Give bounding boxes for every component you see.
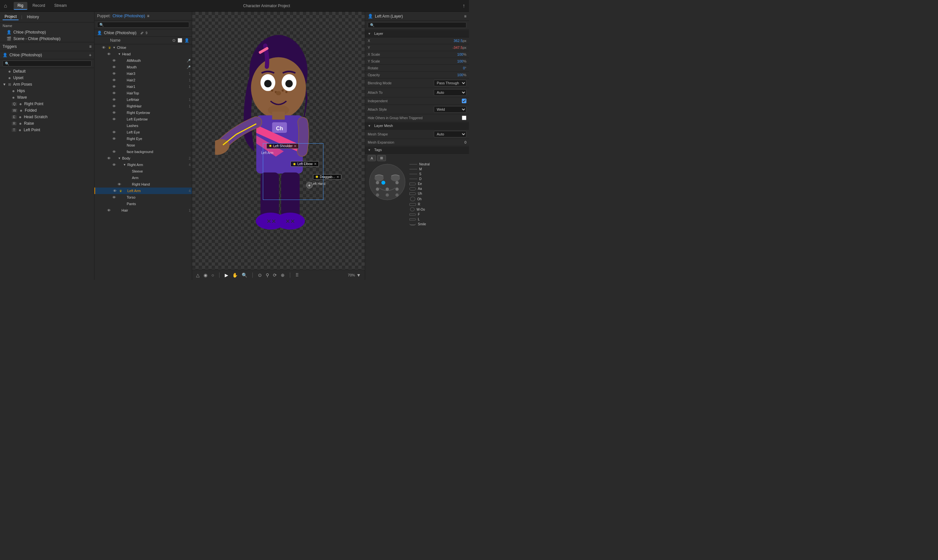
layer-row-hair1[interactable]: 👁 ♛ ▶ Hair1 1: [94, 83, 192, 90]
layer-row-pants[interactable]: 👁 ♛ ▶ Pants: [94, 200, 192, 207]
props-value-xscale[interactable]: 100: [457, 52, 463, 56]
trigger-item-left-point[interactable]: T ☻ Left Point: [0, 127, 94, 133]
tool-select[interactable]: ▶: [225, 272, 228, 278]
tab-project[interactable]: Project: [3, 14, 18, 20]
layer-row-lashes[interactable]: 👁 ♛ ▶ Lashes: [94, 122, 192, 129]
tool-hand[interactable]: ✋: [232, 272, 238, 278]
nav-tab-record[interactable]: Record: [29, 2, 49, 10]
triggers-menu-icon[interactable]: ≡: [89, 44, 91, 49]
tool-zoom[interactable]: 🔍: [242, 272, 247, 278]
props-menu-icon[interactable]: ≡: [464, 14, 467, 18]
layer-row-leftarm[interactable]: 👁 ♛ ▶ Left Arm 4: [94, 188, 192, 194]
layer-row-body[interactable]: 👁 ♛ ▼ Body 2: [94, 155, 192, 162]
crown-pants: ♛: [117, 202, 122, 206]
tab-history[interactable]: History: [25, 14, 41, 20]
svg-point-36: [386, 193, 389, 197]
props-row-rotate: Rotate 0 °: [365, 65, 469, 72]
layer-row-righteye[interactable]: 👁 ♛ ▶ Right Eye: [94, 135, 192, 142]
props-section-mesh[interactable]: ▼ Layer Mesh: [365, 122, 469, 129]
crown-facebg: ♛: [117, 150, 122, 154]
layer-row-facebg[interactable]: 👁 ♛ ▶ face background: [94, 148, 192, 155]
layer-row-mouth[interactable]: 👁 ♛ ▶ Mouth 🎤: [94, 64, 192, 70]
crown-torso: ♛: [117, 196, 122, 199]
tool-grid[interactable]: ⠿: [296, 272, 299, 278]
layer-row-rightarm[interactable]: 👁 ♛ ▼ Right Arm 4: [94, 162, 192, 168]
add-trigger-button[interactable]: +: [89, 52, 91, 58]
layer-icon-3[interactable]: 👤: [184, 38, 189, 43]
props-value-x[interactable]: 362.5: [454, 39, 463, 43]
bone-handle-draggable[interactable]: Draggab... ✕: [313, 174, 341, 180]
independent-checkbox[interactable]: [462, 98, 467, 103]
layer-row-righthair[interactable]: 👁 ♛ ▶ RightHair 1: [94, 103, 192, 109]
attach-to-select[interactable]: Auto: [434, 89, 467, 96]
trigger-item-default[interactable]: ☻ Default: [0, 68, 94, 75]
props-value-mesh-expansion[interactable]: 0: [464, 140, 467, 144]
layer-row-hairtop[interactable]: 👁 ♛ ▶ HairTop: [94, 90, 192, 96]
layer-row-arm[interactable]: 👁 ♛ ▶ Arm: [94, 174, 192, 181]
elbow-close[interactable]: ✕: [314, 162, 317, 166]
trigger-group-arm-poses[interactable]: ▼ ⊞ Arm Poses: [0, 81, 94, 88]
export-icon[interactable]: ↑: [462, 3, 465, 9]
hide-others-checkbox[interactable]: [462, 115, 467, 120]
tool-transform[interactable]: ⊙: [258, 272, 262, 278]
trigger-item-folded[interactable]: W ☻ Folded: [0, 107, 94, 114]
puppet-menu-icon[interactable]: ≡: [147, 14, 149, 18]
layer-row-lefteye[interactable]: 👁 ♛ ▶ Left Eye: [94, 129, 192, 135]
canvas-plus-button[interactable]: +: [306, 182, 313, 189]
project-item-chloe[interactable]: 👤 Chloe (Photoshop): [0, 29, 94, 35]
triggers-search-input[interactable]: [3, 60, 91, 66]
layer-row-torso[interactable]: 👁 ♛ ▶ Torso: [94, 194, 192, 200]
project-item-scene[interactable]: 🎬 Scene - Chloe (Photoshop): [0, 35, 94, 42]
count-ra: 4: [185, 163, 191, 167]
tool-mesh[interactable]: ⊕: [281, 272, 285, 278]
layer-row-righthand[interactable]: 👁 ♛ ▶ Right Hand: [94, 181, 192, 188]
layer-row-altmouth[interactable]: 👁 ♛ ▶ AltMouth 🎤: [94, 57, 192, 64]
mesh-shape-select[interactable]: Auto: [434, 131, 467, 137]
layer-row-sleeve[interactable]: 👁 ♛ ▶ Sleeve: [94, 168, 192, 174]
attach-style-select[interactable]: Weld: [434, 106, 467, 113]
layer-icon-2[interactable]: ⬜: [177, 38, 182, 43]
shoulder-close[interactable]: ✕: [294, 144, 296, 148]
tag-btn-a[interactable]: A: [368, 155, 376, 161]
props-search-input[interactable]: [368, 22, 467, 28]
trigger-item-upset[interactable]: ☻ Upset: [0, 75, 94, 81]
bone-handle-left-shoulder[interactable]: Left Shoulder ✕: [266, 143, 299, 149]
tool-sticks[interactable]: ⟳: [273, 272, 277, 278]
layer-icon-1[interactable]: ⊙: [172, 38, 176, 43]
blending-mode-select[interactable]: Pass Through Normal Multiply: [434, 80, 467, 86]
home-icon[interactable]: ⌂: [4, 3, 7, 9]
layer-row-hair[interactable]: 👁 ♛ ▶ Hair 1: [94, 207, 192, 214]
zoom-dropdown-icon[interactable]: ▼: [356, 272, 361, 278]
tool-puppet[interactable]: ◉: [203, 272, 208, 278]
nav-tab-stream[interactable]: Stream: [50, 2, 71, 10]
layer-row-head[interactable]: 👁 ♛ ▼ Head: [94, 51, 192, 57]
bone-handle-left-elbow[interactable]: Left Elbow ✕: [291, 161, 319, 167]
trigger-item-right-point[interactable]: Q ☻ Right Point: [0, 101, 94, 107]
puppet-search-input[interactable]: [97, 22, 189, 28]
layer-row-lefteyebrow[interactable]: 👁 ♛ ▶ Left Eyebrow: [94, 116, 192, 122]
layer-row-nose[interactable]: 👁 ♛ ▶ Nose: [94, 142, 192, 148]
tool-circle[interactable]: ○: [211, 272, 214, 278]
layer-row-hair3[interactable]: 👁 ♛ ▶ Hair3 1: [94, 70, 192, 77]
trigger-label-arm-poses: Arm Poses: [13, 82, 32, 87]
trigger-item-wave[interactable]: ☻ Wave: [0, 94, 94, 101]
props-value-yscale[interactable]: 100: [457, 59, 463, 63]
props-section-layer[interactable]: ▼ Layer: [365, 30, 469, 37]
props-section-tags[interactable]: ▼ Tags: [365, 146, 469, 154]
tool-warn[interactable]: △: [196, 272, 200, 278]
props-value-opacity[interactable]: 100: [457, 73, 463, 77]
trigger-item-head-scratch[interactable]: E ☻ Head Scratch: [0, 114, 94, 120]
drag-close[interactable]: ✕: [336, 175, 339, 179]
canvas-viewport[interactable]: Ch: [192, 12, 365, 269]
crown-h3: ♛: [117, 72, 122, 75]
nav-tab-rig[interactable]: Rig: [14, 2, 27, 10]
layer-row-lefthair[interactable]: 👁 ♛ ▶ LeftHair 1: [94, 96, 192, 103]
tag-btn-grid[interactable]: ⊞: [377, 155, 386, 161]
layer-row-hair2[interactable]: 👁 ♛ ▶ Hair2 1: [94, 77, 192, 83]
tool-warp[interactable]: ⚲: [266, 272, 269, 278]
trigger-item-hips[interactable]: ☻ Hips: [0, 88, 94, 94]
layer-row-righteyebrow[interactable]: 👁 ♛ ▶ Right Eyebrow: [94, 109, 192, 116]
props-value-y[interactable]: -347.5: [452, 46, 462, 49]
trigger-item-raise[interactable]: R ☻ Raise: [0, 120, 94, 127]
layer-row-chloe[interactable]: 👁 ♛ ▼ Chloe: [94, 44, 192, 51]
